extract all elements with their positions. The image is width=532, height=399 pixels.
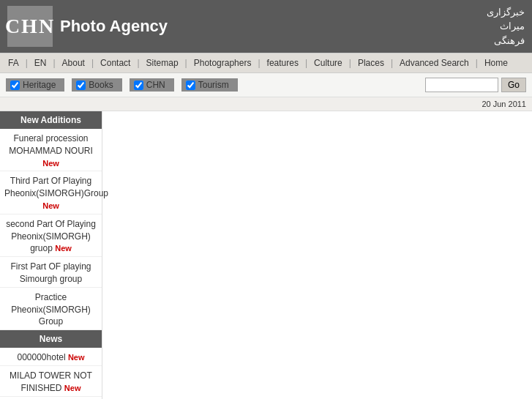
new-badge: New [64,384,81,392]
list-item[interactable]: Funeral procession MOHAMMAD NOURI New [0,129,102,171]
news-header: News [0,330,102,348]
go-button[interactable]: Go [501,78,526,92]
list-item[interactable]: First Part OF playing Simourgh group [0,257,102,288]
filter-tourism[interactable]: Tourism [181,78,238,92]
nav-contact[interactable]: Contact [97,56,134,70]
search-area: Go [425,78,526,92]
navbar: FA | EN | About | Contact | Sitemap | Ph… [0,53,532,73]
list-item[interactable]: MILAD TOWER NOT FINISHED New [0,366,102,397]
nav-home[interactable]: Home [481,56,512,70]
filter-books[interactable]: Books [72,78,121,92]
nav-sep: | [184,58,189,68]
nav-sep: | [256,58,261,68]
new-badge: New [42,159,59,168]
nav-advanced-search[interactable]: Advanced Search [396,56,473,70]
nav-sep: | [389,58,394,68]
chn-logo: CHN [7,6,53,47]
new-badge: New [55,244,72,253]
list-item[interactable]: 000000hotel New [0,348,102,366]
search-input[interactable] [425,78,498,92]
nav-sep: | [90,58,95,68]
content-area [102,111,532,399]
new-badge: New [42,201,59,210]
header-left: CHN Photo Agency [7,6,168,47]
tourism-checkbox[interactable] [186,81,195,90]
nav-sitemap[interactable]: Sitemap [143,56,182,70]
nav-en[interactable]: EN [31,56,50,70]
list-item[interactable]: second Part Of Playing Pheonix(SIMORGH) … [0,215,102,257]
new-badge: New [68,353,85,362]
nav-photographers[interactable]: Photographers [190,56,255,70]
nav-fa[interactable]: FA [4,56,23,70]
persian-header-text: خبرگزاریمیراثفرهنگی [487,5,525,48]
filter-heritage[interactable]: Heritage [6,78,64,92]
main-layout: New Additions Funeral procession MOHAMMA… [0,111,532,399]
heritage-checkbox[interactable] [10,81,20,90]
books-checkbox[interactable] [76,81,86,90]
nav-sep: | [304,58,309,68]
nav-sep: | [474,58,479,68]
sidebar: New Additions Funeral procession MOHAMMA… [0,111,102,399]
list-item[interactable]: khatami/mehrad lajevardi New [0,397,102,399]
nav-about[interactable]: About [59,56,89,70]
nav-sep: | [135,58,141,68]
nav-sep: | [24,58,29,68]
nav-places[interactable]: Places [354,56,388,70]
date-display: 20 Jun 2011 [482,100,526,108]
new-additions-header: New Additions [0,111,102,129]
nav-features[interactable]: features [263,56,302,70]
header: CHN Photo Agency خبرگزاریمیراثفرهنگی [0,0,532,53]
list-item[interactable]: Practice Pheonix(SIMORGH) Group [0,288,102,330]
site-title: Photo Agency [60,17,168,36]
chn-checkbox[interactable] [134,81,143,90]
list-item[interactable]: Third Part Of Playing Pheonix(SIMORGH)Gr… [0,171,102,214]
datebar: 20 Jun 2011 [0,97,532,111]
nav-sep: | [348,58,353,68]
filter-chn[interactable]: CHN [130,78,174,92]
nav-sep: | [51,58,56,68]
nav-culture[interactable]: Culture [310,56,346,70]
filterbar: Heritage Books CHN Tourism Go [0,73,532,97]
